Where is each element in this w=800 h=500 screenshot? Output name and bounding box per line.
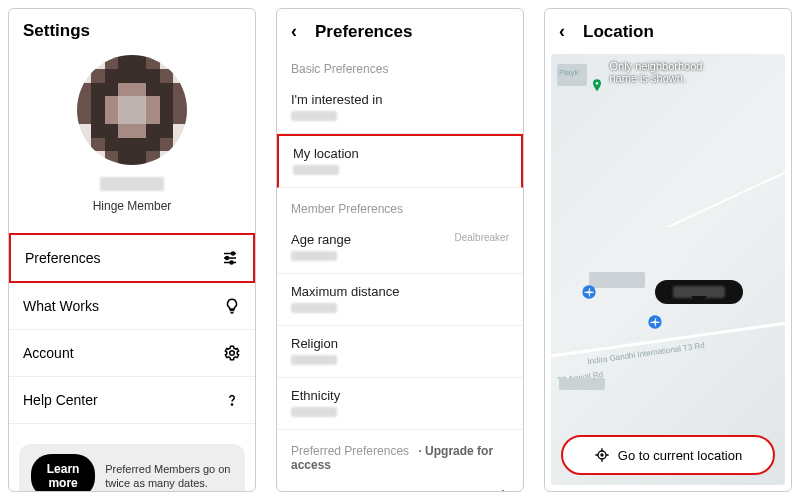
settings-list: Preferences What Works Account Help Cent… bbox=[9, 233, 255, 424]
crosshair-icon bbox=[594, 447, 610, 463]
go-current-label: Go to current location bbox=[618, 448, 742, 463]
promo-banner: Learn more Preferred Members go on twice… bbox=[19, 444, 245, 492]
menu-what-works[interactable]: What Works bbox=[9, 283, 255, 330]
pref-age-range[interactable]: Dealbreaker Age range bbox=[277, 222, 523, 274]
sliders-icon bbox=[221, 249, 239, 267]
profile-block: Hinge Member bbox=[9, 47, 255, 229]
map-park-label: Playk bbox=[559, 68, 579, 77]
preferences-title: Preferences bbox=[315, 22, 412, 42]
avatar[interactable] bbox=[77, 55, 187, 165]
pref-ethnicity[interactable]: Ethnicity bbox=[277, 378, 523, 430]
back-button[interactable]: ‹ bbox=[291, 21, 307, 42]
location-screen: ‹ Location Only neighborhood name is sho… bbox=[544, 8, 792, 492]
settings-title: Settings bbox=[23, 21, 90, 41]
svg-point-17 bbox=[601, 454, 603, 456]
settings-screen: Settings Hinge Member Preferences bbox=[8, 8, 256, 492]
menu-account[interactable]: Account bbox=[9, 330, 255, 377]
pref-religion[interactable]: Religion bbox=[277, 326, 523, 378]
promo-text: Preferred Members go on twice as many da… bbox=[105, 462, 233, 491]
member-label: Hinge Member bbox=[93, 199, 172, 213]
svg-point-12 bbox=[596, 82, 599, 85]
map-pin-plane bbox=[581, 284, 597, 300]
section-basic: Basic Preferences bbox=[277, 48, 523, 82]
lock-icon bbox=[497, 488, 509, 492]
dealbreaker-label: Dealbreaker bbox=[455, 232, 509, 243]
question-icon bbox=[223, 391, 241, 409]
pref-my-location[interactable]: My location bbox=[277, 134, 523, 188]
location-title: Location bbox=[583, 22, 654, 42]
learn-more-button[interactable]: Learn more bbox=[31, 454, 95, 492]
gear-icon bbox=[223, 344, 241, 362]
back-button[interactable]: ‹ bbox=[559, 21, 575, 42]
map-pin-plane bbox=[647, 314, 663, 330]
menu-help-center[interactable]: Help Center bbox=[9, 377, 255, 424]
menu-preferences[interactable]: Preferences bbox=[9, 233, 255, 283]
preferences-header: ‹ Preferences bbox=[277, 9, 523, 48]
map-pin-green bbox=[589, 78, 605, 94]
bulb-icon bbox=[223, 297, 241, 315]
settings-header: Settings bbox=[9, 9, 255, 47]
section-preferred: Preferred Preferences · Upgrade for acce… bbox=[277, 430, 523, 478]
location-header: ‹ Location bbox=[545, 9, 791, 48]
go-to-current-location-button[interactable]: Go to current location bbox=[561, 435, 775, 475]
preferences-screen: ‹ Preferences Basic Preferences I'm inte… bbox=[276, 8, 524, 492]
section-member: Member Preferences bbox=[277, 188, 523, 222]
svg-point-7 bbox=[231, 404, 232, 405]
svg-point-6 bbox=[230, 351, 235, 356]
location-tooltip bbox=[655, 280, 743, 304]
profile-name-blurred bbox=[100, 177, 164, 191]
map[interactable]: Only neighborhood name is shown. Playk I… bbox=[551, 54, 785, 485]
map-notice: Only neighborhood name is shown. bbox=[610, 60, 727, 84]
pref-height[interactable]: Height bbox=[277, 478, 523, 492]
pref-interested-in[interactable]: I'm interested in bbox=[277, 82, 523, 134]
pref-max-distance[interactable]: Maximum distance bbox=[277, 274, 523, 326]
